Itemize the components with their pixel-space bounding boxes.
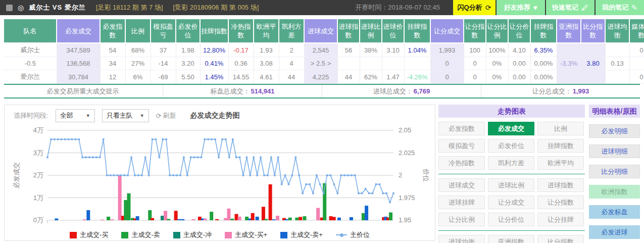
trend-button[interactable]: 凯利方差 [488, 156, 534, 170]
detail-button[interactable]: 比分明细 [589, 165, 640, 178]
table-cell: 136,568 [57, 57, 100, 70]
col-header: 必发价位 [176, 19, 200, 43]
table-cell: 0 [629, 43, 644, 57]
col-header: 必发指数 [100, 19, 125, 43]
svg-text:0万: 0万 [33, 216, 43, 224]
trend-button[interactable]: 亚洲指数 [488, 235, 534, 243]
col-header: 让分指数 [464, 19, 486, 43]
trend-button[interactable]: 比例 [537, 122, 584, 135]
trend-button[interactable]: 进球比例 [488, 178, 534, 192]
jingcai-round-tag: [竞彩 20180906 期 第 005 场] [173, 3, 259, 12]
color-swatch-icon [173, 232, 180, 238]
pencil-button[interactable]: 我的笔记✎ [596, 0, 644, 15]
trend-button[interactable]: 进球指数 [537, 178, 584, 192]
table-cell: -14 [151, 57, 176, 70]
table-cell [629, 57, 644, 70]
col-header: 挂牌指数 [200, 19, 228, 43]
tb-btn-label: 闪Q分析 [458, 3, 482, 12]
summary-segment: 让分总成交：1,993 [481, 85, 640, 98]
table-cell: > 2.5 > [304, 57, 337, 70]
legend-item[interactable]: 主成交-买+ [225, 230, 267, 239]
stop-square-icon[interactable] [6, 5, 13, 11]
edit-note-button[interactable]: 快速笔记🖉 [546, 0, 595, 15]
totals-summary-bar: 必发交易所重大成交提示标盘总成交：514,941进球总成交：6,769让分总成交… [4, 84, 640, 99]
trend-button[interactable]: 比分指数 [537, 235, 584, 243]
table-cell: 爱尔兰 [4, 70, 57, 84]
refresh-icon: ⟳ [156, 112, 162, 120]
line-swatch-icon [336, 234, 347, 235]
heart-button[interactable]: 好友推荐♥ [497, 0, 545, 15]
trend-button[interactable]: 必发价位 [488, 139, 534, 153]
legend-item[interactable]: 主价位 [336, 230, 370, 239]
trend-button[interactable]: 让分成交 [488, 196, 534, 209]
trend-button[interactable]: 进球成交 [438, 178, 485, 192]
chevron-down-icon: ▼ [140, 113, 144, 118]
trend-buttons-panel: 走势图表 必发指数必发成交比例模拟盈亏必发价位挂牌指数冷热指数凯利方差欧洲平均进… [438, 105, 585, 243]
flash-analysis-button[interactable]: 闪Q分析⟳ [453, 0, 496, 15]
target-icon: ◎ [18, 4, 24, 12]
table-cell: 3.80 [581, 57, 605, 70]
trend-button[interactable]: 让分比例 [438, 213, 485, 226]
table-cell [404, 57, 430, 70]
trend-button[interactable]: 模拟盈亏 [438, 139, 485, 153]
table-cell: 0.00 [508, 70, 530, 84]
trend-button[interactable]: 让分价位 [488, 213, 534, 226]
kickoff-time: 开赛时间：2018-09-07 02:45 [355, 0, 440, 15]
trend-button[interactable]: 欧洲平均 [537, 156, 584, 170]
table-cell: 威尔士 [4, 43, 57, 57]
svg-text:2: 2 [399, 171, 402, 179]
trend-button[interactable]: 必发指数 [438, 122, 485, 135]
table-cell: 37 [151, 43, 176, 57]
trend-button[interactable]: 冷热指数 [438, 156, 485, 170]
table-cell: 34 [100, 57, 125, 70]
trend-button[interactable]: 进球挂牌 [438, 196, 485, 209]
time-range-select[interactable]: 全部▼ [56, 109, 95, 122]
table-cell [360, 57, 382, 70]
trend-button[interactable]: 让分挂牌 [537, 213, 584, 226]
col-header: 队名 [4, 19, 57, 43]
tb-btn-label: 快速笔记 [552, 3, 578, 12]
table-cell: 56 [337, 43, 360, 57]
team-filter-select[interactable]: 只看主队▼ [102, 109, 149, 122]
table-cell: 44 [337, 70, 360, 84]
legend-item[interactable]: 主成交-卖 [121, 230, 160, 239]
svg-text:必发成交: 必发成交 [13, 162, 20, 188]
table-cell: 5.50 [176, 70, 200, 84]
legend-item[interactable]: 主成交-卖+ [280, 230, 323, 239]
svg-text:1.975: 1.975 [399, 194, 415, 202]
topbar: ◎ 威尔士 VS 爱尔兰 [足彩 18112 期 第 7 场] [竞彩 2018… [0, 0, 644, 15]
detail-button[interactable]: 欧洲指数 [589, 185, 640, 199]
table-cell: 0% [486, 57, 508, 70]
refresh-button[interactable]: ⟳刷新 [156, 111, 176, 120]
detail-button[interactable]: 必发明细 [589, 124, 640, 138]
col-header: 必发成交 [57, 19, 100, 43]
svg-text:2.05: 2.05 [399, 126, 411, 134]
odds-table-wrap: 队名必发成交必发指数比例模拟盈亏必发价位挂牌指数冷热指数欧洲平均凯利方差进球成交… [4, 19, 640, 84]
table-cell [557, 43, 581, 57]
detail-button[interactable]: 必发进球 [589, 225, 640, 239]
summary-segment: 必发交易所重大成交提示 [4, 85, 163, 98]
detail-button[interactable]: 必发标盘 [589, 205, 640, 219]
table-cell: 0.13 [605, 57, 629, 70]
col-header: 让分成交 [430, 19, 464, 43]
trend-button[interactable]: 挂牌指数 [537, 139, 584, 153]
trend-button[interactable]: 让分指数 [537, 196, 584, 209]
col-header: 欧洲平均 [254, 19, 279, 43]
detail-button[interactable]: 进球明细 [589, 144, 640, 158]
color-swatch-icon [225, 232, 232, 238]
trend-button[interactable]: 必发成交 [488, 122, 534, 135]
pencil-icon: ✎ [631, 4, 637, 12]
table-cell: 6% [125, 70, 151, 84]
table-cell: 0 [464, 70, 486, 84]
divider [438, 174, 585, 174]
col-header: 亚洲指数 [557, 19, 581, 43]
svg-text:价位: 价位 [422, 168, 430, 182]
svg-text:4万: 4万 [33, 126, 43, 134]
col-header: 挂牌指数 [404, 19, 430, 43]
table-cell [337, 57, 360, 70]
chart-legend: 主成交-买主成交-卖主成交-冲主成交-买+主成交-卖+主价位 [5, 230, 435, 239]
legend-item[interactable]: 主成交-冲 [173, 230, 212, 239]
legend-item[interactable]: 主成交-买 [70, 230, 108, 239]
table-cell: 12 [100, 70, 125, 84]
trend-button[interactable]: 进球均衡 [438, 235, 485, 243]
